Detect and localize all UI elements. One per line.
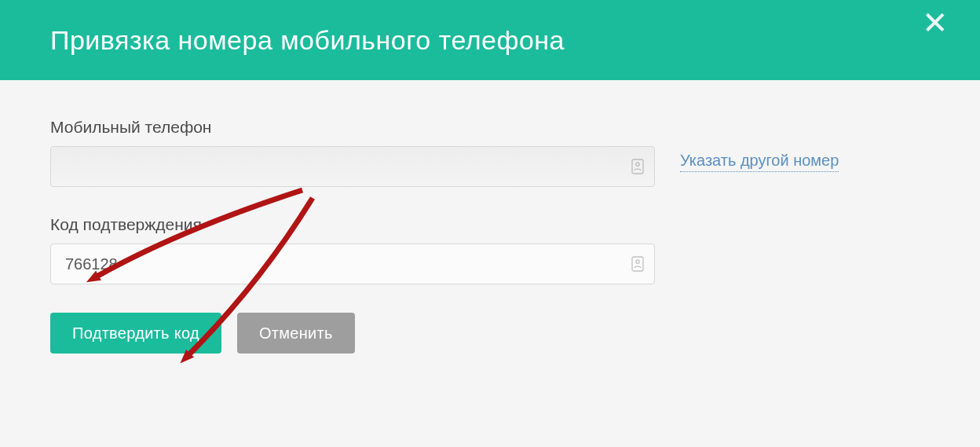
svg-point-1 [636, 163, 639, 166]
contact-card-icon [631, 159, 644, 174]
dialog-body: Мобильный телефон Указать другой номер К… [0, 80, 980, 391]
dialog-title: Привязка номера мобильного телефона [50, 25, 565, 56]
code-input[interactable] [50, 244, 655, 284]
svg-point-3 [636, 260, 639, 263]
svg-rect-0 [632, 159, 643, 174]
dialog-header: Привязка номера мобильного телефона ✕ [0, 0, 980, 80]
phone-input [50, 146, 655, 187]
close-icon[interactable]: ✕ [922, 5, 949, 41]
code-label: Код подтверждения [50, 215, 655, 234]
phone-label: Мобильный телефон [50, 118, 655, 137]
svg-rect-2 [632, 257, 643, 271]
change-number-link[interactable]: Указать другой номер [680, 152, 839, 172]
contact-card-icon [631, 256, 644, 272]
cancel-button[interactable]: Отменить [237, 313, 355, 354]
confirm-button[interactable]: Подтвердить код [50, 313, 221, 354]
